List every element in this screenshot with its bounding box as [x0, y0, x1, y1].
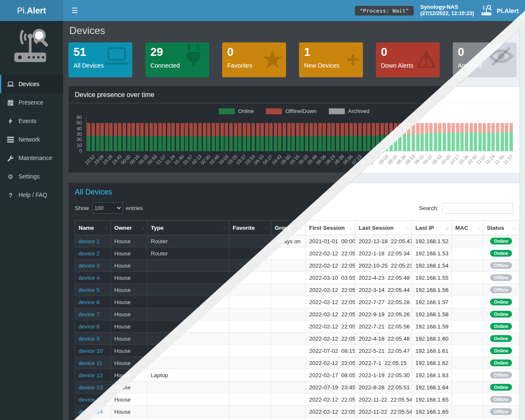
bar-online [260, 136, 264, 151]
cell-status: Offline [483, 394, 519, 406]
sidebar-item-devices[interactable]: Devices [0, 75, 63, 93]
x-tick-label: 10:00 [440, 154, 452, 165]
search-input[interactable] [442, 203, 513, 214]
sidebar-item-network[interactable]: Network [0, 130, 63, 149]
device-link[interactable]: device 3 [79, 262, 100, 269]
sort-icon[interactable]: ↑↓ [513, 226, 516, 231]
status-badge: Online [490, 250, 512, 257]
bar-offline [425, 123, 428, 133]
sidebar-toggle-icon[interactable]: ☰ [70, 6, 79, 15]
status-badge: Online [490, 299, 512, 305]
app-logo[interactable]: Pi.Alert [0, 0, 63, 21]
sidebar-item-settings[interactable]: ⚙Settings [0, 167, 63, 186]
sort-icon[interactable]: ↑↓ [406, 226, 409, 231]
sort-icon[interactable]: ↑↓ [105, 226, 108, 231]
card-new-devices[interactable]: 1New Devices+ [299, 42, 363, 77]
device-link[interactable]: device 5 [79, 287, 100, 293]
cell-first-session: 2022-02-12 22:05 [306, 260, 355, 272]
cell-owner: House [111, 333, 147, 345]
device-link[interactable]: device 12 [79, 372, 103, 378]
process-status-badge[interactable]: "Process: Wait" [355, 6, 413, 16]
x-tick-label: 09:43 [431, 154, 443, 165]
sidebar-item-presence[interactable]: Presence [0, 93, 63, 112]
bar-offline [465, 123, 468, 133]
bar-online [478, 133, 482, 151]
cell-favorite [229, 308, 271, 320]
bar-online [291, 136, 295, 151]
wrench-icon [7, 155, 14, 161]
cell-first-session: 2022-07-02 08:15 [306, 345, 355, 357]
cell-type [147, 260, 229, 272]
bar-online [229, 136, 233, 151]
cell-favorite [229, 296, 271, 308]
bar-offline [385, 123, 388, 135]
device-link[interactable]: device 9 [79, 336, 100, 342]
y-axis: 0102030405060 [68, 118, 84, 151]
cell-status: Offline [483, 369, 519, 381]
bar-online [314, 136, 317, 151]
cell-status: Online [483, 345, 519, 357]
col-header-status[interactable]: Status↑↓ [483, 220, 519, 235]
bar-offline [509, 123, 513, 131]
device-link[interactable]: device 4 [79, 275, 100, 281]
status-badge: Online [490, 347, 512, 354]
status-badge: Offline [490, 396, 512, 403]
bar-online [349, 136, 353, 151]
cell-status: Online [483, 296, 519, 308]
bar-offline [416, 123, 420, 134]
col-header-name[interactable]: Name↑↓ [75, 220, 111, 235]
device-link[interactable]: device 11 [79, 360, 102, 366]
x-tick-label: 02:46 [208, 154, 220, 165]
device-link[interactable]: device 1 [79, 238, 100, 244]
bar-offline [491, 123, 495, 133]
device-link[interactable]: device 7 [79, 311, 100, 318]
bar-offline [331, 123, 335, 136]
x-tick-label: 23:09 [93, 154, 105, 165]
bar-online [412, 134, 415, 151]
device-link[interactable]: device 6 [79, 299, 100, 305]
y-tick-label: 0 [79, 148, 82, 153]
host-datetime: (27/12/2022, 12:10:23) [420, 10, 474, 17]
sort-icon[interactable]: ↑↓ [265, 226, 268, 231]
col-header-favorite[interactable]: Favorite↑↓ [229, 220, 271, 235]
card-down-alerts[interactable]: 0Down Alerts⚠ [376, 42, 440, 77]
device-link[interactable]: device 8 [79, 323, 100, 330]
bar-online [234, 136, 237, 151]
cell-first-session: 2022-02-12 22:05 [306, 333, 355, 345]
sidebar-item-events[interactable]: Events [0, 112, 63, 130]
col-header-last-ip[interactable]: Last IP↑↓ [412, 220, 452, 235]
bar-online [100, 136, 104, 151]
sort-icon[interactable]: ↑↓ [446, 226, 449, 231]
navbar-right: "Process: Wait" Synology-NAS (27/12/2022… [355, 4, 519, 17]
device-link[interactable]: device 2 [79, 250, 100, 257]
sidebar-item-maintenance[interactable]: Maintenance [0, 149, 63, 167]
bar-online [434, 133, 437, 151]
search-label: Search: [419, 205, 438, 211]
page-length-select[interactable]: 100 [92, 202, 123, 214]
card-favorites[interactable]: 0Favorites★ [222, 42, 286, 77]
sort-icon[interactable]: ↑↓ [141, 226, 144, 231]
x-tick-label: 22:52 [84, 154, 96, 165]
cell-mac [452, 381, 483, 394]
cell-mac [452, 235, 483, 247]
col-header-owner[interactable]: Owner↑↓ [111, 220, 147, 235]
bar-offline [341, 123, 344, 136]
cell-status: Online [483, 247, 519, 260]
col-header-last-session[interactable]: Last Session↑↓ [355, 220, 412, 235]
bar-online [367, 136, 370, 151]
device-link[interactable]: device 13 [79, 384, 103, 391]
device-link[interactable]: device 10 [79, 348, 103, 354]
sort-icon[interactable]: ↑↓ [349, 226, 352, 231]
card-all-devices[interactable]: 51All Devices [68, 42, 132, 77]
x-tick-label: 06:06 [315, 154, 327, 165]
sort-icon[interactable]: ↑↓ [477, 226, 480, 231]
col-header-mac[interactable]: MAC↑↓ [452, 220, 483, 235]
sidebar-item-help-faq[interactable]: ?Help / FAQ [0, 186, 63, 204]
bar-offline [300, 123, 304, 136]
col-header-type[interactable]: Type↑↓ [147, 220, 229, 235]
col-header-first-session[interactable]: First Session↑↓ [306, 220, 355, 235]
sort-icon[interactable]: ↑↓ [223, 226, 226, 231]
card-connected[interactable]: 29Connected [145, 42, 209, 77]
bar-offline [260, 123, 264, 136]
bar-online [207, 136, 210, 151]
